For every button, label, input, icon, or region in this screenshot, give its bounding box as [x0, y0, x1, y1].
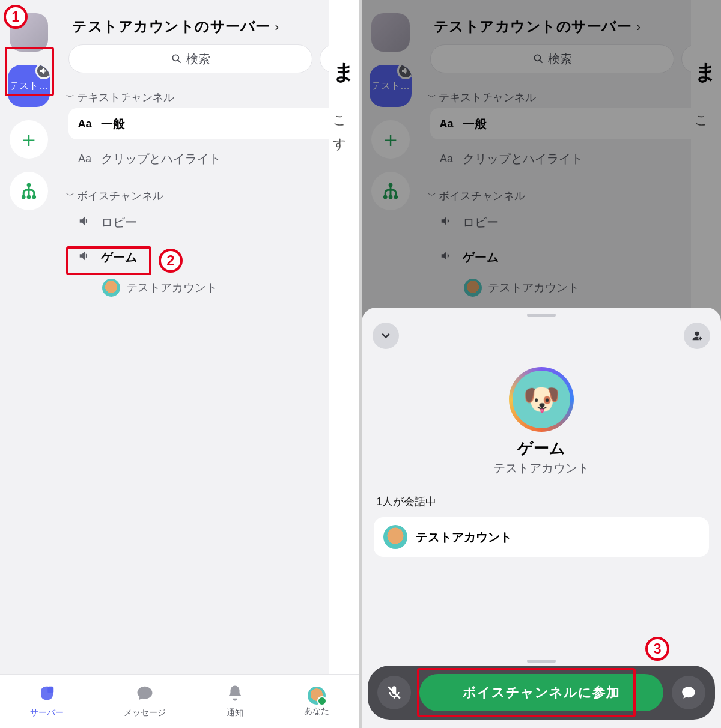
annotation-number-1: 1: [4, 5, 28, 29]
background-chat-strip: ま こ す: [329, 0, 359, 728]
sheet-member-row[interactable]: テストアカウント: [374, 517, 709, 557]
text-channel-icon: Aa: [77, 118, 93, 130]
svg-point-4: [172, 55, 178, 61]
dog-avatar-icon: 🐶: [513, 371, 570, 428]
discover-hub-button[interactable]: [10, 172, 48, 210]
server-title: テストアカウントのサーバー: [72, 17, 270, 36]
sheet-status-text: 1人が会話中: [362, 476, 721, 515]
voice-channel-lobby[interactable]: ロビー: [68, 207, 351, 238]
sheet-invite-button[interactable]: [684, 323, 710, 349]
chevron-right-icon: ›: [275, 20, 279, 34]
voice-section-header[interactable]: ﹀ ボイスチャンネル: [66, 183, 351, 207]
annotation-number-3: 3: [645, 637, 669, 661]
speaker-icon: [77, 214, 93, 231]
tab-you[interactable]: あなた: [304, 687, 329, 717]
sheet-channel-avatar: 🐶: [509, 367, 574, 432]
member-avatar-icon: [102, 279, 120, 297]
action-bar-grip-icon[interactable]: [527, 660, 556, 663]
left-panel: テスト… ＋ 1 テストアカウントのサーバー › 検索 ﹀ テ: [0, 0, 359, 728]
search-input[interactable]: 検索: [68, 44, 312, 73]
sheet-grip-icon[interactable]: [527, 314, 556, 317]
search-placeholder: 検索: [186, 51, 210, 67]
tab-notify[interactable]: 通知: [226, 684, 244, 718]
right-panel: テスト… ＋ テストアカウントのサーバー › 検索 ﹀ テキストチャンネル: [362, 0, 721, 728]
svg-rect-5: [47, 687, 53, 693]
message-tab-icon: [136, 684, 154, 706]
open-chat-button[interactable]: [672, 676, 705, 709]
mute-toggle-button[interactable]: [377, 676, 411, 709]
voice-join-sheet: 🐶 ゲーム テストアカウント 1人が会話中 テストアカウント ボイスチャンネルに…: [362, 308, 721, 728]
add-server-button[interactable]: ＋: [10, 120, 48, 159]
text-channel-icon: Aa: [77, 153, 93, 165]
tab-server[interactable]: サーバー: [30, 684, 64, 718]
bell-tab-icon: [226, 684, 244, 706]
sheet-channel-name: ゲーム: [362, 438, 721, 459]
voice-member-row[interactable]: テストアカウント: [68, 276, 351, 297]
annotation-box-2: [66, 246, 151, 275]
annotation-number-2: 2: [159, 249, 183, 273]
tab-message[interactable]: メッセージ: [124, 684, 166, 718]
chevron-down-icon: ﹀: [66, 92, 75, 103]
server-tab-icon: [38, 684, 56, 706]
text-channel-clips[interactable]: Aa クリップとハイライト: [68, 143, 351, 174]
member-avatar-icon: [383, 525, 407, 549]
chevron-down-icon: ﹀: [66, 190, 75, 201]
you-avatar-icon: [308, 687, 326, 705]
text-section-header[interactable]: ﹀ テキストチャンネル: [66, 84, 351, 108]
sheet-collapse-button[interactable]: [373, 323, 399, 349]
server-title-row[interactable]: テストアカウントのサーバー ›: [66, 13, 351, 44]
annotation-box-3: [417, 668, 636, 717]
annotation-box-1: [5, 47, 54, 96]
bottom-tab-bar: サーバー メッセージ 通知 あなた: [0, 674, 359, 728]
channel-list-main: テストアカウントのサーバー › 検索 ﹀ テキストチャンネル Aa 一般 Aa …: [58, 0, 359, 728]
search-row: 検索: [66, 44, 351, 84]
sheet-subtitle: テストアカウント: [362, 460, 721, 476]
text-channel-list: Aa 一般 Aa クリップとハイライト: [66, 108, 351, 174]
sheet-top-row: [362, 319, 721, 367]
server-rail: テスト… ＋: [0, 0, 58, 728]
text-channel-general[interactable]: Aa 一般: [68, 108, 351, 139]
